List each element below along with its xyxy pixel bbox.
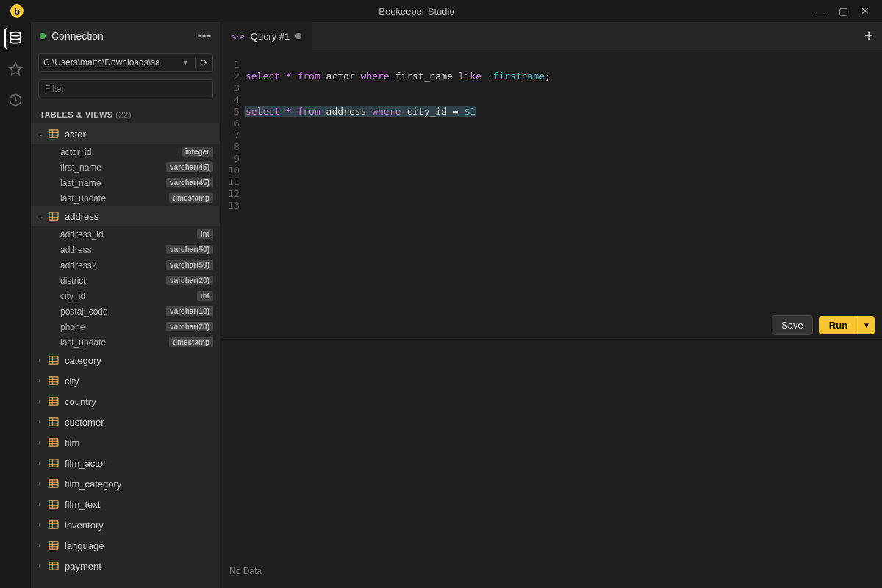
sql-editor[interactable]: 12345678910111213 select * from actor wh… [220,50,882,311]
chevron-right-icon: › [38,521,49,528]
svg-rect-34 [49,480,58,487]
filter-input[interactable] [38,79,213,98]
column-row[interactable]: address2varchar(50) [31,257,220,273]
table-name: language [65,540,104,551]
table-row-country[interactable]: ›country [31,391,220,412]
table-icon [49,376,60,385]
svg-rect-10 [49,356,58,364]
chevron-down-icon: ⌄ [38,212,49,220]
column-row[interactable]: city_idint [31,288,220,304]
chevron-right-icon: › [38,439,49,446]
window-title: Beekeeper Studio [24,6,810,17]
code-line[interactable] [245,118,882,129]
table-list[interactable]: ⌄actoractor_idintegerfirst_namevarchar(4… [31,123,220,588]
table-row-actor[interactable]: ⌄actor [31,123,220,144]
maximize-button[interactable]: ▢ [832,5,854,17]
code-line[interactable] [245,82,882,94]
column-row[interactable]: districtvarchar(20) [31,273,220,288]
column-type-badge: varchar(50) [166,260,213,270]
column-row[interactable]: addressvarchar(50) [31,242,220,257]
table-name: inventory [65,520,104,531]
chevron-right-icon: › [38,398,49,405]
code-line[interactable] [245,200,882,212]
history-icon[interactable] [5,90,26,110]
column-type-badge: varchar(45) [166,162,213,172]
code-line[interactable] [245,141,882,153]
column-row[interactable]: postal_codevarchar(10) [31,304,220,319]
svg-rect-22 [49,418,58,426]
editor-area: <·> Query #1 + 12345678910111213 select … [220,22,882,588]
table-name: category [65,355,101,366]
table-name: film_category [65,478,121,490]
table-name: film_text [65,499,100,510]
chevron-right-icon: › [38,562,49,570]
column-row[interactable]: first_namevarchar(45) [31,159,220,175]
svg-rect-18 [49,398,58,405]
table-row-category[interactable]: ›category [31,350,220,370]
code-line[interactable]: select * from address where city_id = $1 [245,106,882,118]
column-row[interactable]: last_updatetimestamp [31,190,220,206]
column-row[interactable]: last_updatetimestamp [31,334,220,350]
editor-actions: Save Run ▼ [220,311,882,340]
code-line[interactable] [245,165,882,176]
column-name: last_update [60,193,169,204]
tab-bar: <·> Query #1 + [220,22,882,50]
table-row-city[interactable]: ›city [31,370,220,391]
column-row[interactable]: actor_idinteger [31,144,220,159]
code-line[interactable] [245,153,882,165]
database-icon[interactable] [4,28,25,49]
database-path-selector[interactable]: C:\Users\matth\Downloads\sa ▼ ⟳ [38,53,213,72]
minimize-button[interactable]: — [810,5,832,17]
table-icon [49,356,60,365]
column-name: phone [60,322,166,332]
chevron-right-icon: › [38,501,49,508]
table-icon [49,459,60,467]
table-icon [49,129,60,138]
table-icon [49,562,60,570]
column-name: address_id [60,229,197,240]
run-button[interactable]: Run [819,316,858,334]
table-row-payment[interactable]: ›payment [31,556,220,576]
table-icon [49,212,60,220]
column-name: postal_code [60,306,166,317]
column-type-badge: int [197,229,213,239]
table-row-inventory[interactable]: ›inventory [31,514,220,535]
app-logo-icon: b [10,4,24,18]
table-row-film[interactable]: ›film [31,432,220,453]
code-line[interactable] [245,94,882,106]
new-tab-button[interactable]: + [856,22,882,50]
chevron-right-icon: › [38,356,49,364]
code-line[interactable] [245,129,882,141]
column-row[interactable]: phonevarchar(20) [31,319,220,334]
code-line[interactable] [245,59,882,71]
table-row-language[interactable]: ›language [31,535,220,556]
table-row-film_actor[interactable]: ›film_actor [31,453,220,473]
table-name: city [65,376,79,387]
code-line[interactable]: select * from actor where first_name lik… [245,71,882,82]
results-panel: No Data [220,340,882,588]
save-button[interactable]: Save [772,315,813,335]
code-line[interactable] [245,176,882,188]
tab-query-1[interactable]: <·> Query #1 [220,22,312,50]
table-row-film_text[interactable]: ›film_text [31,494,220,514]
column-row[interactable]: address_idint [31,226,220,242]
column-name: last_update [60,337,169,348]
svg-rect-6 [49,212,58,220]
reload-button[interactable]: ⟳ [195,57,208,68]
table-icon [49,520,60,529]
code-line[interactable] [245,188,882,200]
table-icon [49,479,60,488]
run-dropdown-button[interactable]: ▼ [858,316,875,334]
chevron-right-icon: › [38,459,49,467]
svg-rect-50 [49,562,58,570]
star-icon[interactable] [5,59,26,79]
titlebar: b Beekeeper Studio — ▢ ✕ [0,0,882,22]
column-row[interactable]: last_namevarchar(45) [31,175,220,190]
table-icon [49,541,60,550]
chevron-right-icon: › [38,480,49,487]
connection-menu-button[interactable]: ••• [197,29,212,43]
table-row-customer[interactable]: ›customer [31,412,220,432]
close-button[interactable]: ✕ [854,5,876,17]
table-row-address[interactable]: ⌄address [31,206,220,226]
table-row-film_category[interactable]: ›film_category [31,473,220,494]
